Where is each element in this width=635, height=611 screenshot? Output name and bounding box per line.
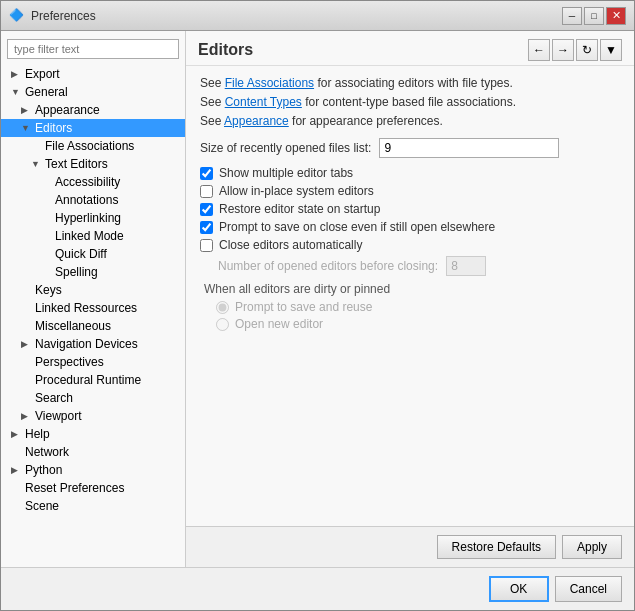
sidebar-item-spelling[interactable]: Spelling	[1, 263, 185, 281]
preferences-window: 🔷 Preferences ─ □ ✕ ▶Export▼General▶Appe…	[0, 0, 635, 611]
tree-arrow-viewport: ▶	[21, 411, 33, 421]
checkbox-prompt-save[interactable]	[200, 221, 213, 234]
link-prefix-1: See	[200, 76, 225, 90]
tree-label-hyperlinking: Hyperlinking	[55, 211, 121, 225]
sidebar-item-editors[interactable]: ▼Editors	[1, 119, 185, 137]
dropdown-button[interactable]: ▼	[600, 39, 622, 61]
tree-label-linked-resources: Linked Ressources	[35, 301, 137, 315]
dialog-footer: OK Cancel	[1, 567, 634, 610]
refresh-button[interactable]: ↻	[576, 39, 598, 61]
sidebar-item-quick-diff[interactable]: Quick Diff	[1, 245, 185, 263]
forward-button[interactable]: →	[552, 39, 574, 61]
tree-arrow-help: ▶	[11, 429, 23, 439]
tree-label-file-associations: File Associations	[45, 139, 134, 153]
content-area: ▶Export▼General▶Appearance▼EditorsFile A…	[1, 31, 634, 567]
link-row-3: See Appearance for appearance preference…	[200, 114, 620, 128]
back-button[interactable]: ←	[528, 39, 550, 61]
opened-editors-label: Number of opened editors before closing:	[218, 259, 438, 273]
opened-editors-input[interactable]	[446, 256, 486, 276]
cancel-button[interactable]: Cancel	[555, 576, 622, 602]
ok-button[interactable]: OK	[489, 576, 549, 602]
tree-label-quick-diff: Quick Diff	[55, 247, 107, 261]
close-button[interactable]: ✕	[606, 7, 626, 25]
tree-label-help: Help	[25, 427, 50, 441]
sidebar-item-search[interactable]: Search	[1, 389, 185, 407]
sidebar-item-viewport[interactable]: ▶Viewport	[1, 407, 185, 425]
radio-open-new[interactable]	[216, 318, 229, 331]
tree-label-keys: Keys	[35, 283, 62, 297]
checkbox-row-show-multiple-tabs: Show multiple editor tabs	[200, 166, 620, 180]
sidebar-item-perspectives[interactable]: Perspectives	[1, 353, 185, 371]
maximize-button[interactable]: □	[584, 7, 604, 25]
radios-container: Prompt to save and reuseOpen new editor	[200, 300, 620, 331]
sidebar-item-reset-preferences[interactable]: Reset Preferences	[1, 479, 185, 497]
sidebar-item-appearance[interactable]: ▶Appearance	[1, 101, 185, 119]
tree-arrow-text-editors: ▼	[31, 159, 43, 169]
panel-body: See File Associations for associating ed…	[186, 66, 634, 526]
search-input[interactable]	[7, 39, 179, 59]
checkbox-row-close-auto: Close editors automatically	[200, 238, 620, 252]
sidebar-item-python[interactable]: ▶Python	[1, 461, 185, 479]
minimize-button[interactable]: ─	[562, 7, 582, 25]
tree-label-scene: Scene	[25, 499, 59, 513]
dirty-group-label: When all editors are dirty or pinned	[204, 282, 620, 296]
checkboxes-container: Show multiple editor tabsAllow in-place …	[200, 166, 620, 252]
tree-arrow-editors: ▼	[21, 123, 33, 133]
sidebar-item-linked-resources[interactable]: Linked Ressources	[1, 299, 185, 317]
link-suffix-3: for appearance preferences.	[289, 114, 443, 128]
sidebar-item-linked-mode[interactable]: Linked Mode	[1, 227, 185, 245]
opened-editors-row: Number of opened editors before closing:	[218, 256, 620, 276]
checkbox-close-auto[interactable]	[200, 239, 213, 252]
link-prefix-2: See	[200, 95, 225, 109]
sidebar-item-text-editors[interactable]: ▼Text Editors	[1, 155, 185, 173]
checkbox-label-prompt-save: Prompt to save on close even if still op…	[219, 220, 495, 234]
link-row-1: See File Associations for associating ed…	[200, 76, 620, 90]
main-panel: Editors ← → ↻ ▼ See File Associations fo…	[186, 31, 634, 567]
tree-label-network: Network	[25, 445, 69, 459]
link-prefix-3: See	[200, 114, 224, 128]
panel-header: Editors ← → ↻ ▼	[186, 31, 634, 66]
sidebar: ▶Export▼General▶Appearance▼EditorsFile A…	[1, 31, 186, 567]
sidebar-item-file-associations[interactable]: File Associations	[1, 137, 185, 155]
checkbox-label-restore-state: Restore editor state on startup	[219, 202, 380, 216]
link-suffix-1: for associating editors with file types.	[314, 76, 513, 90]
recent-files-input[interactable]	[379, 138, 559, 158]
sidebar-item-procedural-runtime[interactable]: Procedural Runtime	[1, 371, 185, 389]
tree-label-annotations: Annotations	[55, 193, 118, 207]
tree-label-accessibility: Accessibility	[55, 175, 120, 189]
title-bar-left: 🔷 Preferences	[9, 8, 96, 24]
radio-label-open-new: Open new editor	[235, 317, 323, 331]
tree-label-perspectives: Perspectives	[35, 355, 104, 369]
radio-label-prompt-reuse: Prompt to save and reuse	[235, 300, 372, 314]
tree-arrow-navigation-devices: ▶	[21, 339, 33, 349]
checkbox-restore-state[interactable]	[200, 203, 213, 216]
sidebar-item-accessibility[interactable]: Accessibility	[1, 173, 185, 191]
sidebar-item-network[interactable]: Network	[1, 443, 185, 461]
tree-label-reset-preferences: Reset Preferences	[25, 481, 124, 495]
file-associations-link[interactable]: File Associations	[225, 76, 314, 90]
tree-label-export: Export	[25, 67, 60, 81]
sidebar-item-help[interactable]: ▶Help	[1, 425, 185, 443]
sidebar-item-general[interactable]: ▼General	[1, 83, 185, 101]
apply-button[interactable]: Apply	[562, 535, 622, 559]
sidebar-item-keys[interactable]: Keys	[1, 281, 185, 299]
tree-label-procedural-runtime: Procedural Runtime	[35, 373, 141, 387]
tree-arrow-general: ▼	[11, 87, 23, 97]
checkbox-show-multiple-tabs[interactable]	[200, 167, 213, 180]
content-types-link[interactable]: Content Types	[225, 95, 302, 109]
radio-row-prompt-reuse: Prompt to save and reuse	[216, 300, 620, 314]
tree-label-viewport: Viewport	[35, 409, 81, 423]
appearance-link[interactable]: Appearance	[224, 114, 289, 128]
sidebar-item-export[interactable]: ▶Export	[1, 65, 185, 83]
sidebar-item-navigation-devices[interactable]: ▶Navigation Devices	[1, 335, 185, 353]
radio-prompt-reuse[interactable]	[216, 301, 229, 314]
sidebar-item-scene[interactable]: Scene	[1, 497, 185, 515]
sidebar-item-miscellaneous[interactable]: Miscellaneous	[1, 317, 185, 335]
tree-label-search: Search	[35, 391, 73, 405]
checkbox-allow-inplace[interactable]	[200, 185, 213, 198]
checkbox-label-show-multiple-tabs: Show multiple editor tabs	[219, 166, 353, 180]
sidebar-item-hyperlinking[interactable]: Hyperlinking	[1, 209, 185, 227]
sidebar-item-annotations[interactable]: Annotations	[1, 191, 185, 209]
checkbox-row-restore-state: Restore editor state on startup	[200, 202, 620, 216]
restore-defaults-button[interactable]: Restore Defaults	[437, 535, 556, 559]
